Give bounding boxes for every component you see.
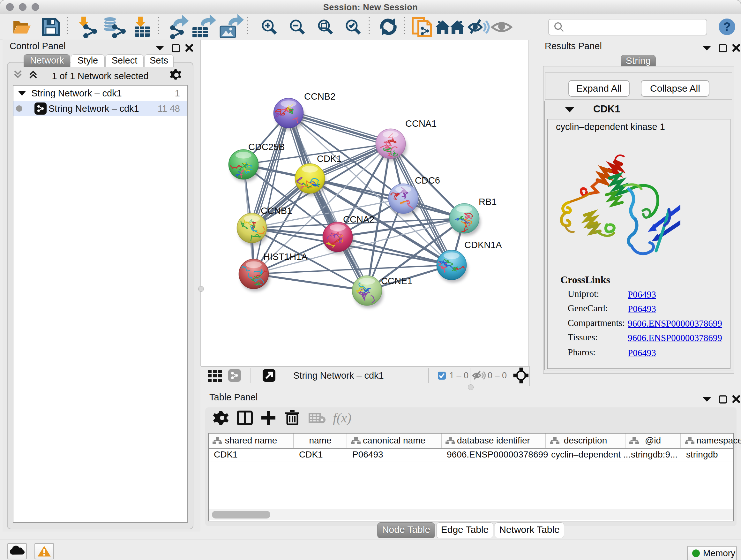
svg-text:CDKN1A: CDKN1A bbox=[464, 240, 502, 250]
svg-text:HIST1H1A: HIST1H1A bbox=[263, 252, 308, 262]
svg-text:CCNE1: CCNE1 bbox=[381, 276, 412, 286]
svg-text:0 – 0: 0 – 0 bbox=[488, 371, 507, 380]
svg-text:RB1: RB1 bbox=[479, 197, 496, 207]
svg-text:CDK1: CDK1 bbox=[317, 153, 341, 164]
svg-text:f(x): f(x) bbox=[333, 411, 351, 426]
svg-text:?: ? bbox=[723, 20, 731, 34]
svg-text:CDC25B: CDC25B bbox=[248, 142, 285, 152]
svg-text:CCNA2: CCNA2 bbox=[343, 214, 374, 225]
svg-text:1 – 0: 1 – 0 bbox=[449, 371, 468, 380]
svg-text:String Network – cdk1: String Network – cdk1 bbox=[293, 370, 384, 381]
svg-text:CDC6: CDC6 bbox=[415, 175, 440, 186]
svg-text:CCNB1: CCNB1 bbox=[261, 206, 292, 216]
svg-text:CCNA1: CCNA1 bbox=[405, 118, 436, 129]
svg-text:CCNB2: CCNB2 bbox=[304, 91, 335, 102]
